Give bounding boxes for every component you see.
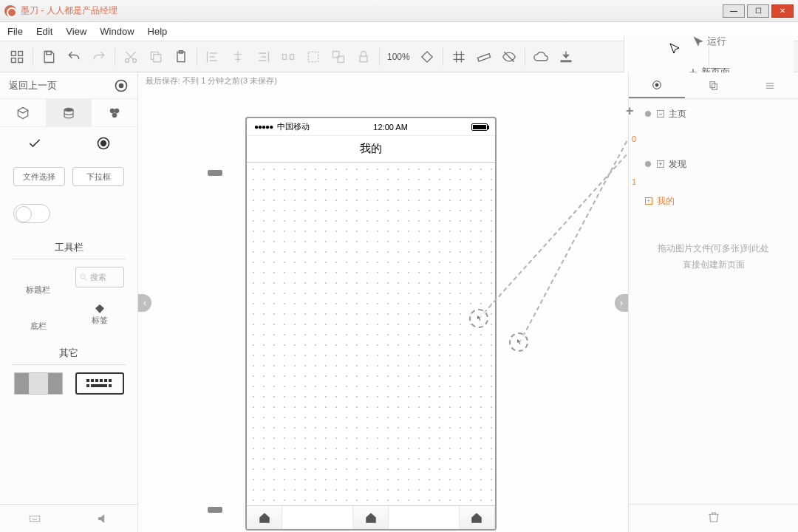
page-item-home[interactable]: −主页 xyxy=(629,103,798,124)
minimize-button[interactable]: — xyxy=(723,4,745,18)
phone-mockup[interactable]: ●●●●● 中国移动 12:00 AM 我的 xyxy=(245,117,497,531)
menu-edit[interactable]: Edit xyxy=(36,26,52,37)
collapse-left-button[interactable]: ‹ xyxy=(138,294,151,312)
download-icon[interactable] xyxy=(553,44,579,69)
cloud-icon[interactable] xyxy=(528,44,553,69)
menu-file[interactable]: File xyxy=(7,26,23,37)
megaphone-icon[interactable] xyxy=(69,512,137,525)
phone-tabbar[interactable] xyxy=(247,505,495,529)
page-item-discover[interactable]: +发现 xyxy=(629,154,798,174)
svg-point-20 xyxy=(64,108,73,112)
target-icon[interactable] xyxy=(114,78,129,93)
ruler-mark[interactable] xyxy=(208,507,222,513)
app-icon xyxy=(4,5,16,17)
svg-rect-29 xyxy=(95,379,98,382)
right-tab-menu-icon[interactable] xyxy=(742,72,798,98)
slot-widget[interactable] xyxy=(10,372,66,395)
dropzone[interactable]: 拖动图片文件(可多张)到此处 直接创建新页面 xyxy=(636,241,791,273)
tab-assets-icon[interactable] xyxy=(92,99,137,126)
collapse-right-button[interactable]: › xyxy=(615,294,628,312)
svg-rect-15 xyxy=(360,56,367,62)
close-button[interactable]: ✕ xyxy=(771,4,794,18)
page-item-mine[interactable]: +我的 xyxy=(629,191,798,211)
cut-icon[interactable] xyxy=(118,44,143,69)
copy-icon[interactable] xyxy=(143,44,168,69)
tab-item-blank[interactable] xyxy=(282,506,353,529)
window-titlebar: 墨刀 - 人人都是产品经理 — ☐ ✕ xyxy=(0,0,798,22)
ruler-mark[interactable] xyxy=(208,170,222,176)
tab-item-home3-icon[interactable] xyxy=(460,506,495,529)
hotspot-icon[interactable] xyxy=(469,309,488,328)
phone-statusbar: ●●●●● 中国移动 12:00 AM xyxy=(247,118,495,136)
link-line xyxy=(478,104,628,319)
run-button[interactable]: 运行 xyxy=(686,35,732,48)
svg-rect-30 xyxy=(100,379,103,382)
svg-rect-16 xyxy=(422,51,432,61)
undo-icon[interactable] xyxy=(61,44,86,69)
svg-rect-39 xyxy=(710,81,715,87)
svg-rect-4 xyxy=(47,51,52,54)
dropdown-widget[interactable]: 下拉框 xyxy=(72,167,124,186)
phone-body[interactable] xyxy=(248,164,494,505)
svg-rect-32 xyxy=(109,379,112,382)
menu-help[interactable]: Help xyxy=(148,26,168,37)
svg-point-23 xyxy=(112,113,117,117)
phone-navbar[interactable]: 我的 xyxy=(247,136,495,163)
tab-item-blank2[interactable] xyxy=(389,506,460,529)
distribute-icon[interactable] xyxy=(276,44,301,69)
svg-point-19 xyxy=(119,83,124,88)
rotate-icon[interactable] xyxy=(415,44,440,69)
search-widget[interactable]: 搜索 xyxy=(72,267,127,296)
radio-icon[interactable] xyxy=(69,136,137,151)
grid-icon[interactable] xyxy=(4,44,30,69)
hotspot-icon[interactable] xyxy=(509,332,528,352)
tab-item-home2-icon[interactable] xyxy=(353,506,389,529)
zoom-level[interactable]: 100% xyxy=(383,52,415,62)
menu-view[interactable]: View xyxy=(66,26,86,37)
keyboard-footer-icon[interactable] xyxy=(0,512,69,525)
link-line xyxy=(519,128,628,344)
svg-point-26 xyxy=(81,274,85,279)
svg-point-25 xyxy=(100,141,106,146)
trash-icon[interactable] xyxy=(707,511,720,527)
svg-point-38 xyxy=(655,83,658,86)
svg-point-21 xyxy=(110,109,115,113)
titlebar-widget[interactable]: 标题栏 xyxy=(10,267,66,296)
toggle-widget[interactable] xyxy=(13,204,50,223)
svg-rect-31 xyxy=(104,379,107,382)
ungroup-icon[interactable] xyxy=(326,44,351,69)
align-right-icon[interactable] xyxy=(250,44,276,69)
svg-rect-0 xyxy=(12,51,16,55)
canvas[interactable]: 最后保存: 不到 1 分钟之前(3 未保存) ‹ › ●●●●● 中国移动 12… xyxy=(138,72,628,532)
redo-icon[interactable] xyxy=(86,44,112,69)
right-tab-layers-icon[interactable] xyxy=(685,72,741,98)
group-icon[interactable] xyxy=(301,44,326,69)
align-center-icon[interactable] xyxy=(225,44,250,69)
carrier-label: 中国移动 xyxy=(277,121,310,132)
grid-toggle-icon[interactable] xyxy=(446,44,471,69)
tab-item-home-icon[interactable] xyxy=(247,506,282,529)
signal-icon: ●●●●● xyxy=(254,123,273,131)
svg-rect-27 xyxy=(86,379,89,382)
save-icon[interactable] xyxy=(36,44,61,69)
bottombar-widget[interactable]: 底栏 xyxy=(10,303,66,332)
ruler-icon[interactable] xyxy=(471,44,497,69)
page-item-spacer2: 1 xyxy=(629,174,798,191)
tag-widget[interactable]: 标签 xyxy=(72,303,127,332)
svg-rect-34 xyxy=(91,384,107,387)
lock-icon[interactable] xyxy=(351,44,376,69)
paste-icon[interactable] xyxy=(168,44,194,69)
svg-point-22 xyxy=(115,109,119,113)
tab-data-icon[interactable] xyxy=(46,99,92,126)
checkmark-icon[interactable] xyxy=(0,136,69,151)
visibility-icon[interactable] xyxy=(497,44,522,69)
right-tab-target-icon[interactable] xyxy=(629,72,685,98)
tab-components-icon[interactable] xyxy=(0,99,46,126)
maximize-button[interactable]: ☐ xyxy=(747,4,769,18)
align-left-icon[interactable] xyxy=(200,44,225,69)
back-link[interactable]: 返回上一页 xyxy=(9,79,114,92)
file-select-widget[interactable]: 文件选择 xyxy=(13,167,65,186)
window-title: 墨刀 - 人人都是产品经理 xyxy=(21,4,117,17)
menu-window[interactable]: Window xyxy=(100,26,134,37)
keyboard-widget[interactable] xyxy=(72,372,127,395)
